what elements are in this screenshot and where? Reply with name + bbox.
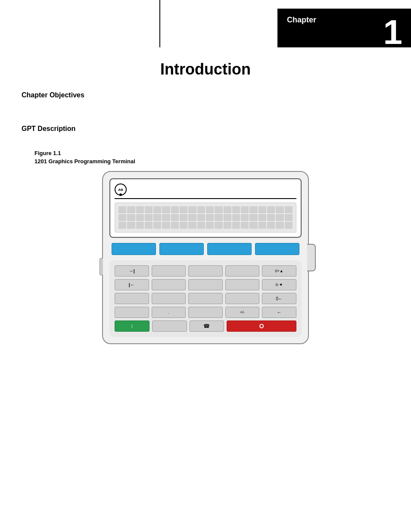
terminal-device: AB (102, 171, 309, 344)
screen-cell (249, 206, 257, 213)
func-key-4[interactable] (255, 243, 299, 255)
plusminus-label: +/- (240, 310, 245, 314)
keypad-row-4: . +/- ← (115, 307, 296, 318)
screen-cell (249, 214, 257, 221)
screen-cell (215, 214, 222, 221)
key-on[interactable]: | (115, 320, 149, 332)
screen-cell (127, 206, 135, 213)
terminal-illustration: AB (22, 171, 389, 344)
screen-cell (180, 214, 187, 221)
screen-cell (171, 214, 179, 221)
screen-cell (118, 214, 126, 221)
screen-cell (258, 222, 266, 229)
screen-cell (285, 206, 293, 213)
screen-cell (197, 222, 205, 229)
screen-cell (224, 206, 231, 213)
terminal-notch (100, 258, 103, 275)
ab-logo: AB (115, 184, 127, 196)
main-content: Introduction Chapter Objectives GPT Desc… (0, 56, 411, 344)
screen-cell (241, 222, 249, 229)
screen-cell (224, 222, 231, 229)
screen-cell (118, 222, 126, 229)
key-g2[interactable] (188, 279, 223, 290)
key-plusminus[interactable]: +/- (225, 307, 260, 318)
screen-cell (188, 206, 196, 213)
screen-cell (188, 214, 196, 221)
key-i1[interactable] (115, 307, 149, 318)
plus-up-label: 0+▲ (275, 269, 283, 273)
screen-cell (267, 214, 275, 221)
keypad-row-3: 0← (115, 293, 296, 304)
screen-cell (232, 214, 240, 221)
screen-cell (162, 222, 170, 229)
page-header: Chapter 1 (0, 0, 411, 56)
key-phone[interactable]: ☎ (190, 320, 224, 332)
key-plus-up[interactable]: 0+▲ (262, 265, 296, 277)
key-g3[interactable] (225, 279, 260, 290)
key-f1[interactable] (152, 265, 186, 277)
figure-label: Figure 1.1 (34, 150, 389, 156)
chapter-badge: Chapter 1 (277, 9, 411, 47)
screen-cell (171, 206, 179, 213)
screen-cell (232, 206, 240, 213)
key-h2[interactable] (152, 293, 186, 304)
key-i3[interactable] (188, 307, 223, 318)
key-h1[interactable] (115, 293, 149, 304)
screen-cell (224, 214, 231, 221)
key-enter[interactable]: 0← (262, 293, 296, 304)
screen-cell (162, 214, 170, 221)
key-h3[interactable] (188, 293, 223, 304)
func-key-3[interactable] (207, 243, 252, 255)
vertical-line (159, 0, 160, 47)
screen-cell (267, 206, 275, 213)
phone-icon: ☎ (203, 323, 210, 329)
function-keys-row (109, 243, 302, 255)
screen-cell (215, 206, 222, 213)
screen-cell (232, 222, 240, 229)
arrow-left-icon: |← (129, 282, 135, 287)
screen-cell (118, 206, 126, 213)
keypad-row-1: →| 0+▲ (115, 265, 296, 277)
screen-cell (276, 214, 283, 221)
key-backspace[interactable]: ← (262, 307, 296, 318)
screen-cell (206, 206, 214, 213)
keypad-row-2: |← 0-▼ (115, 279, 296, 290)
screen-cell (197, 206, 205, 213)
screen-cell (285, 214, 293, 221)
screen-cell (145, 206, 153, 213)
key-tab-left[interactable]: |← (115, 279, 149, 290)
screen-cell (258, 214, 266, 221)
key-off[interactable]: O (227, 320, 296, 332)
screen-cell (127, 214, 135, 221)
key-g1[interactable] (152, 279, 186, 290)
chapter-number: 1 (383, 15, 403, 50)
screen-cell (153, 206, 161, 213)
screen-cell (206, 214, 214, 221)
key-j2[interactable] (152, 320, 187, 332)
terminal-screen-panel: AB (109, 178, 302, 238)
key-h4[interactable] (225, 293, 260, 304)
key-f2[interactable] (188, 265, 223, 277)
section1-heading: Chapter Objectives (22, 91, 389, 99)
screen-cell (276, 222, 283, 229)
figure-caption: 1201 Graphics Programming Terminal (34, 158, 389, 165)
key-minus-down[interactable]: 0-▼ (262, 279, 296, 290)
key-tab-right[interactable]: →| (115, 265, 149, 277)
screen-cell (241, 214, 249, 221)
backspace-icon: ← (277, 310, 282, 315)
ab-logo-text: AB (118, 188, 123, 192)
screen-cell (249, 222, 257, 229)
func-key-1[interactable] (112, 243, 156, 255)
func-key-2[interactable] (159, 243, 204, 255)
key-f3[interactable] (225, 265, 260, 277)
screen-cell (241, 206, 249, 213)
arrow-right-icon: →| (129, 268, 135, 274)
keypad-row-5: | ☎ O (115, 320, 296, 332)
key-decimal[interactable]: . (152, 307, 186, 318)
on-icon: | (131, 324, 132, 328)
screen-cell (180, 222, 187, 229)
enter-icon: 0← (276, 296, 283, 301)
screen-cell (206, 222, 214, 229)
screen-cell (276, 206, 283, 213)
screen-cell (136, 222, 144, 229)
